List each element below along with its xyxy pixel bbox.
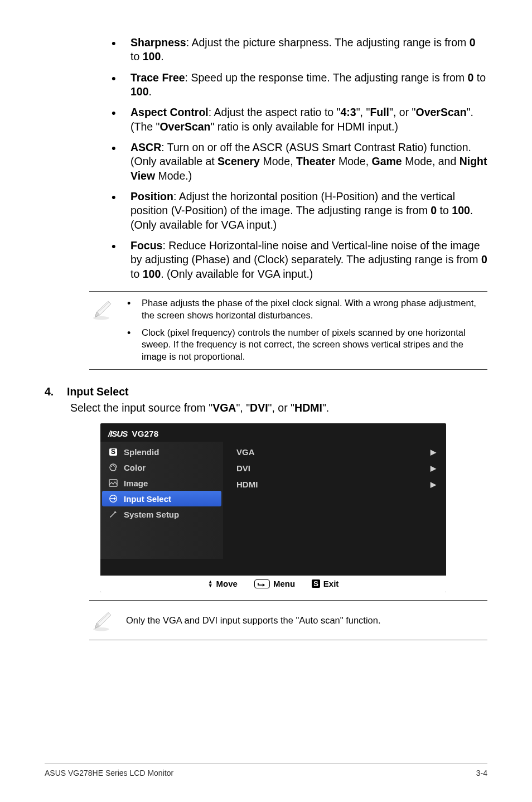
osd-panel: /ISUS VG278 S Splendid Color	[100, 423, 446, 592]
s-button-icon: S	[312, 579, 320, 588]
osd-menu-splendid[interactable]: S Splendid	[100, 444, 223, 460]
note-autoscan: Only the VGA and DVI input supports the …	[89, 600, 487, 640]
chevron-right-icon: ▶	[431, 448, 436, 456]
note-autoscan-text: Only the VGA and DVI input supports the …	[119, 614, 381, 626]
bullet-trace-free: Trace Free: Speed up the response time. …	[108, 71, 487, 99]
color-icon	[108, 462, 118, 472]
splendid-icon: S	[108, 447, 118, 457]
svg-point-4	[111, 466, 112, 467]
feature-bullet-list: Sharpness: Adjust the picture sharpness.…	[45, 36, 487, 281]
note-phase-clock: Phase adjusts the phase of the pixel clo…	[89, 291, 487, 370]
osd-option-vga[interactable]: VGA▶	[223, 444, 446, 460]
pencil-note-icon	[89, 297, 115, 321]
bullet-position: Position: Adjust the horizontal position…	[108, 190, 487, 232]
image-icon	[108, 478, 118, 488]
svg-point-6	[114, 466, 115, 467]
svg-marker-10	[114, 497, 116, 500]
page-footer: ASUS VG278HE Series LCD Monitor 3-4	[45, 764, 487, 777]
svg-marker-11	[263, 583, 265, 587]
section-4-intro: Select the input source from "VGA", "DVI…	[70, 402, 487, 414]
system-setup-icon	[108, 509, 118, 519]
bullet-aspect-control: Aspect Control: Adjust the aspect ratio …	[108, 105, 487, 134]
osd-menu-list: S Splendid Color Image	[100, 442, 223, 559]
up-down-arrows-icon: ▲▼	[208, 580, 213, 588]
pencil-note-icon	[89, 608, 115, 632]
chevron-right-icon: ▶	[431, 464, 436, 472]
osd-header: /ISUS VG278	[100, 423, 446, 442]
note-item-phase: Phase adjusts the phase of the pixel clo…	[125, 297, 485, 327]
input-select-icon	[108, 494, 118, 504]
osd-menu-image[interactable]: Image	[100, 475, 223, 491]
bullet-sharpness: Sharpness: Adjust the picture sharpness.…	[108, 36, 487, 64]
osd-footer-move: ▲▼ Move	[208, 579, 238, 588]
osd-option-dvi[interactable]: DVI▶	[223, 460, 446, 476]
svg-point-5	[113, 465, 114, 466]
osd-footer-menu: Menu	[254, 579, 295, 588]
osd-menu-input-select[interactable]: Input Select	[102, 491, 221, 506]
footer-page-number: 3-4	[476, 769, 487, 777]
osd-options-list: VGA▶ DVI▶ HDMI▶	[223, 442, 446, 559]
osd-footer: ▲▼ Move Menu S Exit	[100, 576, 446, 592]
section-4-heading: 4.Input Select	[45, 385, 487, 398]
chevron-right-icon: ▶	[431, 480, 436, 489]
osd-menu-system-setup[interactable]: System Setup	[100, 506, 223, 522]
bullet-focus: Focus: Reduce Horizontal-line noise and …	[108, 239, 487, 281]
osd-menu-color[interactable]: Color	[100, 460, 223, 475]
osd-option-hdmi[interactable]: HDMI▶	[223, 476, 446, 492]
asus-logo: /ISUS	[108, 429, 127, 438]
menu-enter-icon	[254, 579, 270, 588]
note-item-clock: Clock (pixel frequency) controls the num…	[125, 327, 485, 363]
osd-footer-exit: S Exit	[312, 579, 338, 588]
footer-product: ASUS VG278HE Series LCD Monitor	[45, 769, 173, 777]
bullet-ascr: ASCR: Turn on or off the ASCR (ASUS Smar…	[108, 141, 487, 183]
osd-model: VG278	[132, 429, 159, 438]
